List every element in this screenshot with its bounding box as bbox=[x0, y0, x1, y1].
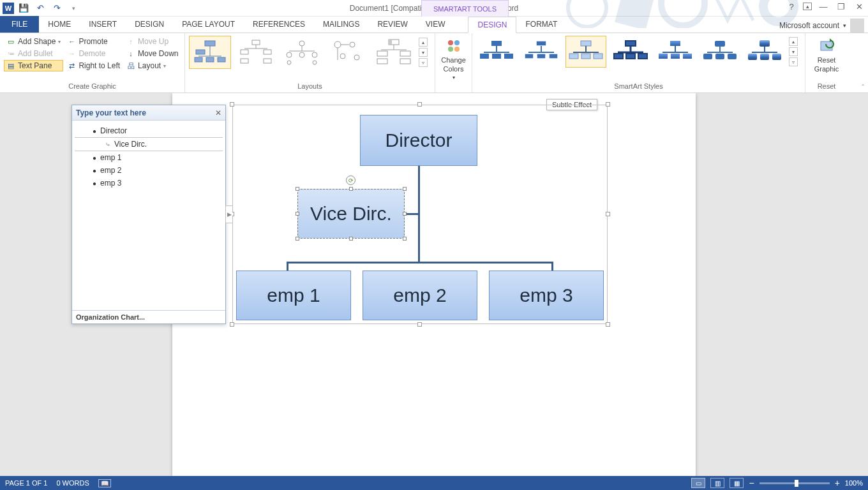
tab-smartart-design[interactable]: DESIGN bbox=[468, 17, 516, 33]
zoom-in-button[interactable]: + bbox=[835, 478, 840, 488]
view-print-icon[interactable]: ▥ bbox=[710, 478, 724, 488]
style-thumb-2[interactable] bbox=[521, 36, 562, 68]
resize-handle[interactable] bbox=[296, 212, 299, 216]
styles-gallery-scroll[interactable]: ▴▾▿ bbox=[789, 37, 798, 66]
svg-rect-11 bbox=[252, 40, 260, 45]
scroll-down-icon[interactable]: ▾ bbox=[789, 47, 798, 56]
resize-handle[interactable] bbox=[606, 102, 610, 107]
move-up-button: ↑Move Up bbox=[124, 36, 181, 47]
restore-icon[interactable]: ❐ bbox=[835, 0, 848, 13]
view-read-icon[interactable]: ▭ bbox=[691, 478, 705, 488]
text-pane-footer[interactable]: Organization Chart... bbox=[72, 310, 225, 323]
resize-handle[interactable] bbox=[417, 322, 422, 327]
account-menu[interactable]: Microsoft account▾ bbox=[779, 19, 864, 33]
gallery-more-icon[interactable]: ▿ bbox=[419, 58, 428, 67]
minimize-icon[interactable]: ― bbox=[817, 0, 830, 13]
view-web-icon[interactable]: ▦ bbox=[730, 478, 744, 488]
tab-insert[interactable]: INSERT bbox=[80, 16, 126, 33]
tab-review[interactable]: REVIEW bbox=[368, 16, 416, 33]
smartart-canvas[interactable]: ▶ Director ⟳ Vice Dirc. emp 1 emp 2 emp … bbox=[232, 105, 608, 324]
style-thumb-5[interactable] bbox=[655, 36, 696, 68]
close-icon[interactable]: ✕ bbox=[853, 0, 865, 13]
style-thumb-6[interactable] bbox=[700, 36, 740, 68]
svg-rect-10 bbox=[218, 57, 225, 62]
help-icon[interactable]: ? bbox=[785, 0, 798, 13]
tab-view[interactable]: VIEW bbox=[417, 16, 454, 33]
tab-page-layout[interactable]: PAGE LAYOUT bbox=[173, 16, 244, 33]
layout-thumb-2[interactable] bbox=[235, 36, 277, 69]
zoom-slider[interactable] bbox=[760, 482, 830, 484]
style-thumb-3[interactable] bbox=[565, 36, 606, 68]
text-pane-item[interactable]: ●emp 3 bbox=[75, 177, 223, 189]
layouts-gallery-scroll[interactable]: ▴▾▿ bbox=[419, 38, 428, 67]
resize-handle[interactable] bbox=[296, 237, 299, 241]
add-shape-button[interactable]: ▭Add Shape▾ bbox=[4, 36, 63, 47]
scroll-up-icon[interactable]: ▴ bbox=[789, 37, 798, 46]
zoom-out-button[interactable]: − bbox=[749, 478, 754, 488]
text-pane-body[interactable]: ●Director ⤷Vice Dirc. ●emp 1 ●emp 2 ●emp… bbox=[72, 121, 225, 310]
close-icon[interactable]: ✕ bbox=[215, 108, 221, 117]
tab-file[interactable]: FILE bbox=[0, 16, 39, 33]
resize-handle[interactable] bbox=[606, 212, 610, 216]
resize-handle[interactable] bbox=[230, 322, 234, 327]
text-pane-button[interactable]: ▤Text Pane bbox=[4, 60, 63, 71]
org-node-vice[interactable]: ⟳ Vice Dirc. bbox=[297, 189, 405, 239]
page-indicator[interactable]: PAGE 1 OF 1 bbox=[5, 479, 47, 487]
tab-smartart-format[interactable]: FORMAT bbox=[516, 16, 566, 33]
style-thumb-7[interactable] bbox=[744, 36, 785, 68]
svg-point-29 bbox=[340, 54, 345, 59]
style-thumb-1[interactable] bbox=[476, 36, 517, 68]
tab-design[interactable]: DESIGN bbox=[126, 16, 173, 33]
svg-point-41 bbox=[454, 40, 460, 45]
resize-handle[interactable] bbox=[349, 237, 353, 241]
right-to-left-button[interactable]: ⇄Right to Left bbox=[64, 60, 123, 71]
resize-handle[interactable] bbox=[403, 212, 407, 216]
resize-handle[interactable] bbox=[403, 237, 407, 241]
text-pane-item[interactable]: ●Director bbox=[75, 124, 223, 137]
tab-home[interactable]: HOME bbox=[39, 16, 80, 33]
org-node-emp3[interactable]: emp 3 bbox=[489, 271, 604, 320]
text-pane-item[interactable]: ⤷Vice Dirc. bbox=[75, 137, 223, 151]
layout-thumb-4[interactable] bbox=[327, 36, 369, 69]
change-colors-button[interactable]: Change Colors ▾ bbox=[439, 36, 468, 82]
resize-handle[interactable] bbox=[403, 187, 407, 191]
proofing-icon[interactable]: 📖 bbox=[98, 479, 111, 487]
resize-handle[interactable] bbox=[417, 102, 422, 107]
promote-button[interactable]: ←Promote bbox=[64, 36, 123, 47]
text-pane-item[interactable]: ●emp 2 bbox=[75, 164, 223, 177]
slider-knob[interactable] bbox=[795, 480, 798, 487]
text-pane-toggle[interactable]: ▶ bbox=[225, 205, 232, 223]
resize-handle[interactable] bbox=[349, 187, 353, 191]
zoom-level[interactable]: 100% bbox=[845, 479, 863, 487]
layout-thumb-1[interactable] bbox=[189, 36, 231, 69]
layout-thumb-3[interactable] bbox=[281, 36, 323, 69]
redo-icon[interactable]: ↷ bbox=[50, 1, 64, 15]
word-count[interactable]: 0 WORDS bbox=[56, 479, 89, 487]
resize-handle[interactable] bbox=[606, 322, 610, 327]
reset-graphic-button[interactable]: Reset Graphic bbox=[809, 36, 844, 74]
rotate-handle-icon[interactable]: ⟳ bbox=[346, 175, 355, 185]
org-node-director[interactable]: Director bbox=[360, 115, 477, 166]
layout-thumb-5[interactable] bbox=[373, 36, 415, 69]
scroll-up-icon[interactable]: ▴ bbox=[419, 38, 428, 47]
save-icon[interactable]: 💾 bbox=[17, 1, 31, 15]
org-node-emp1[interactable]: emp 1 bbox=[236, 271, 351, 320]
svg-rect-84 bbox=[760, 54, 769, 60]
smartart-text-pane[interactable]: Type your text here ✕ ●Director ⤷Vice Di… bbox=[71, 105, 226, 324]
gallery-more-icon[interactable]: ▿ bbox=[789, 57, 798, 66]
resize-handle[interactable] bbox=[296, 187, 299, 191]
move-down-button[interactable]: ↓Move Down bbox=[124, 48, 181, 59]
style-thumb-4[interactable] bbox=[610, 36, 651, 68]
org-node-emp2[interactable]: emp 2 bbox=[363, 271, 477, 320]
qat-customize-icon[interactable]: ▾ bbox=[66, 1, 80, 15]
scroll-down-icon[interactable]: ▾ bbox=[419, 48, 428, 57]
add-shape-icon: ▭ bbox=[6, 37, 15, 46]
collapse-ribbon-icon[interactable]: ˆ bbox=[862, 84, 864, 91]
tab-references[interactable]: REFERENCES bbox=[244, 16, 314, 33]
undo-icon[interactable]: ↶ bbox=[33, 1, 47, 15]
layout-button[interactable]: 品Layout▾ bbox=[124, 60, 181, 71]
resize-handle[interactable] bbox=[230, 102, 234, 107]
tab-mailings[interactable]: MAILINGS bbox=[314, 16, 368, 33]
text-pane-item[interactable]: ●emp 1 bbox=[75, 151, 223, 164]
ribbon-options-icon[interactable]: ▴ bbox=[803, 3, 812, 10]
